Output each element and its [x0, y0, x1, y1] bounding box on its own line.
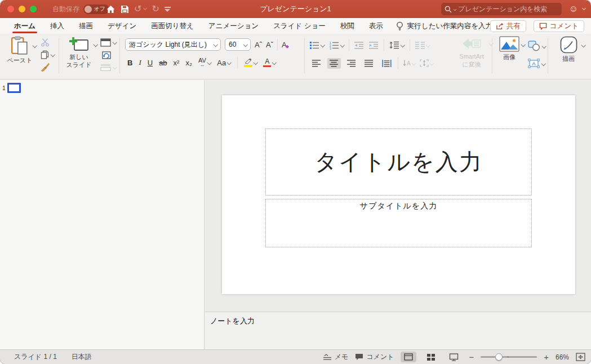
zoom-slider[interactable]: [481, 356, 537, 358]
spacing-arrow-icon: ↔: [199, 63, 205, 68]
search-input[interactable]: [458, 5, 558, 13]
notes-pane[interactable]: ノートを入力: [205, 312, 591, 349]
search-box[interactable]: [441, 3, 562, 15]
ribbon-tab-row: ホーム 挿入 描画 デザイン 画面切り替え アニメーション スライド ショー 校…: [0, 18, 591, 34]
decrease-indent-button[interactable]: [354, 42, 364, 49]
numbering-button[interactable]: 123: [330, 41, 344, 50]
superscript-button[interactable]: x²: [174, 59, 180, 67]
toggle-knob: [85, 6, 92, 13]
comments-button[interactable]: コメント: [534, 20, 584, 32]
decrease-font-size-button[interactable]: Aˇ: [266, 41, 273, 49]
section-button[interactable]: [100, 62, 117, 72]
bullets-button[interactable]: [310, 41, 325, 50]
insert-picture-button[interactable]: 画像: [496, 36, 523, 76]
text-box-button[interactable]: A: [528, 59, 546, 69]
zoom-out-button[interactable]: −: [469, 353, 474, 361]
subtitle-placeholder[interactable]: サブタイトルを入力: [265, 199, 532, 247]
justify-button[interactable]: [362, 58, 376, 69]
distribute-text-button[interactable]: [380, 58, 394, 69]
new-slide-button[interactable]: 新しいスライド: [63, 36, 95, 76]
tab-view[interactable]: 表示: [362, 18, 390, 34]
slideshow-view-button[interactable]: [446, 352, 462, 363]
underline-button[interactable]: U: [148, 59, 153, 67]
paste-button[interactable]: ペースト: [5, 36, 35, 76]
slide-canvas[interactable]: タイトルを入力 サブタイトルを入力: [222, 95, 575, 294]
tab-transitions[interactable]: 画面切り替え: [144, 18, 201, 34]
section-icon: [100, 64, 111, 71]
zoom-percentage[interactable]: 66%: [556, 353, 569, 361]
language-indicator[interactable]: 日本語: [72, 352, 92, 362]
search-scope-chevron-icon[interactable]: [454, 7, 457, 11]
close-window-button[interactable]: [7, 6, 14, 12]
tab-slideshow[interactable]: スライド ショー: [266, 18, 333, 34]
home-icon[interactable]: [106, 5, 115, 14]
align-right-button[interactable]: [345, 58, 358, 69]
picture-icon: [499, 36, 519, 52]
save-icon[interactable]: [121, 5, 129, 14]
reset-slide-button[interactable]: [100, 50, 117, 60]
copy-button[interactable]: [41, 50, 55, 60]
undo-button[interactable]: ↺: [134, 5, 146, 14]
text-direction-button[interactable]: A: [402, 59, 416, 67]
subscript-button[interactable]: x₂: [185, 59, 192, 67]
italic-button[interactable]: I: [139, 58, 141, 67]
feedback-button[interactable]: ☺: [569, 0, 585, 18]
columns-button[interactable]: [415, 42, 430, 49]
comments-toggle-button[interactable]: コメント: [355, 352, 394, 362]
tab-insert[interactable]: 挿入: [43, 18, 72, 34]
align-left-icon: [312, 60, 321, 67]
bold-button[interactable]: B: [127, 59, 132, 67]
slide-thumbnail[interactable]: [7, 83, 21, 93]
zoom-window-button[interactable]: [30, 6, 37, 12]
ribbon-collapse-icon[interactable]: [165, 7, 171, 12]
comment-icon: [539, 23, 547, 30]
cut-button[interactable]: [41, 37, 55, 47]
tab-review[interactable]: 校閲: [333, 18, 362, 34]
lightbulb-icon: [396, 21, 403, 31]
clear-formatting-button[interactable]: A ◆: [282, 41, 289, 49]
change-case-button[interactable]: Aa: [217, 59, 230, 67]
font-name-chevron-icon: [213, 42, 217, 47]
tab-draw[interactable]: 描画: [72, 18, 100, 34]
redo-button[interactable]: ↻: [152, 5, 159, 14]
text-highlight-button[interactable]: [244, 58, 257, 67]
zoom-in-button[interactable]: +: [544, 353, 549, 361]
draw-chevron-icon: [581, 43, 585, 47]
font-size-select[interactable]: 60: [225, 38, 251, 51]
align-text-vertical-button[interactable]: [420, 59, 434, 67]
align-left-button[interactable]: [310, 58, 323, 69]
align-center-icon: [330, 60, 339, 67]
shapes-button[interactable]: [528, 41, 546, 51]
font-name-select[interactable]: 游ゴシック Light (見出し): [125, 38, 221, 51]
tab-design[interactable]: デザイン: [100, 18, 144, 34]
slide-number: 1: [2, 85, 6, 91]
smiley-icon: ☺: [569, 5, 578, 14]
slide-thumbnail-pane: 1: [0, 80, 205, 349]
zoom-detent: [507, 356, 509, 358]
tab-home[interactable]: ホーム: [7, 18, 43, 34]
highlight-chevron-icon: [254, 60, 258, 65]
convert-to-smartart-button[interactable]: SmartArtに変換: [453, 36, 490, 76]
fit-slide-button[interactable]: [576, 353, 585, 361]
line-spacing-button[interactable]: [389, 41, 405, 49]
strikethrough-button[interactable]: ab: [159, 59, 167, 67]
increase-indent-button[interactable]: [369, 42, 379, 49]
tab-animations[interactable]: アニメーション: [201, 18, 266, 34]
columns-chevron-icon: [425, 43, 430, 47]
align-center-button[interactable]: [327, 58, 341, 69]
increase-font-size-button[interactable]: Aˆ: [255, 41, 262, 49]
zoom-slider-thumb[interactable]: [495, 353, 503, 361]
normal-view-button[interactable]: [401, 352, 416, 362]
minimize-window-button[interactable]: [19, 6, 25, 12]
character-spacing-button[interactable]: AV ↔: [198, 57, 211, 68]
slide-layout-button[interactable]: [100, 37, 117, 47]
status-comment-icon: [355, 353, 363, 361]
share-button[interactable]: 共有: [490, 20, 526, 32]
notes-toggle-button[interactable]: メモ: [323, 352, 349, 362]
slide-sorter-view-button[interactable]: [423, 352, 439, 362]
font-color-button[interactable]: A: [263, 58, 276, 68]
title-placeholder[interactable]: タイトルを入力: [265, 128, 532, 196]
format-painter-button[interactable]: [41, 62, 55, 72]
slide-editor-area: タイトルを入力 サブタイトルを入力: [205, 80, 591, 312]
draw-button[interactable]: 描画: [554, 36, 583, 76]
